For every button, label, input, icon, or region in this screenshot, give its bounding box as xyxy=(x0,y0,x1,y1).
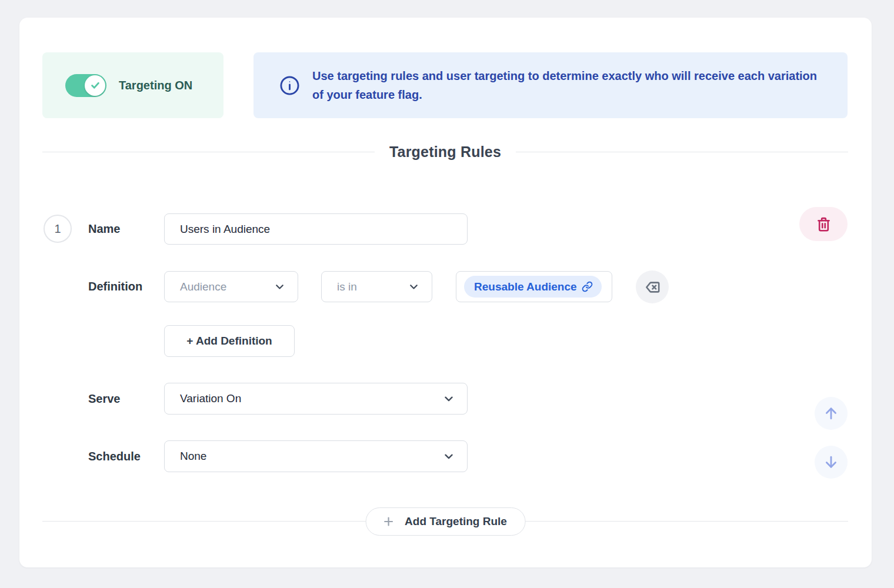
match-type-dropdown-value: is in xyxy=(337,280,357,293)
backspace-icon xyxy=(645,279,661,295)
add-targeting-rule-button[interactable]: Add Targeting Rule xyxy=(365,507,526,536)
move-rule-up-button[interactable] xyxy=(815,397,848,430)
add-targeting-rule-label: Add Targeting Rule xyxy=(405,515,507,528)
chevron-down-icon xyxy=(442,392,455,405)
arrow-down-icon xyxy=(823,454,839,470)
delete-rule-button[interactable] xyxy=(799,207,848,241)
plus-icon xyxy=(382,515,395,528)
attribute-dropdown-value: Audience xyxy=(180,280,226,293)
info-banner: Use targeting rules and user targeting t… xyxy=(253,52,848,118)
targeting-toggle-label: Targeting ON xyxy=(119,79,192,92)
arrow-up-icon xyxy=(823,405,839,422)
serve-dropdown[interactable]: Variation On xyxy=(164,383,468,415)
section-heading: Targeting Rules xyxy=(42,142,848,162)
targeting-toggle-panel: Targeting ON xyxy=(42,52,224,118)
clear-definition-button[interactable] xyxy=(636,270,669,303)
chevron-down-icon xyxy=(442,450,455,463)
rule-number-badge: 1 xyxy=(44,215,72,243)
schedule-label: Schedule xyxy=(88,440,141,472)
chevron-down-icon xyxy=(273,280,286,293)
rule-name-input[interactable] xyxy=(164,213,468,245)
reusable-audience-chip[interactable]: Reusable Audience xyxy=(464,276,602,298)
toggle-knob xyxy=(85,75,105,96)
move-rule-down-button[interactable] xyxy=(815,446,848,479)
targeting-toggle[interactable] xyxy=(65,74,106,97)
attribute-dropdown[interactable]: Audience xyxy=(164,271,298,302)
info-icon xyxy=(279,75,300,96)
info-banner-text: Use targeting rules and user targeting t… xyxy=(312,66,822,104)
match-type-dropdown[interactable]: is in xyxy=(321,271,432,302)
schedule-dropdown-value: None xyxy=(180,450,206,463)
serve-dropdown-value: Variation On xyxy=(180,392,241,405)
check-icon xyxy=(89,79,101,91)
targeting-card: Targeting ON Use targeting rules and use… xyxy=(19,18,872,567)
audience-value-box: Reusable Audience xyxy=(456,271,612,302)
serve-label: Serve xyxy=(88,383,121,415)
reusable-audience-label: Reusable Audience xyxy=(474,280,577,293)
heading-divider-right xyxy=(516,152,848,152)
heading-divider-left xyxy=(42,152,375,152)
definition-label: Definition xyxy=(88,271,142,302)
trash-icon xyxy=(816,216,832,232)
link-icon xyxy=(582,281,593,292)
name-label: Name xyxy=(88,213,120,245)
page-title: Targeting Rules xyxy=(375,143,516,161)
schedule-dropdown[interactable]: None xyxy=(164,440,468,472)
add-definition-button[interactable]: + Add Definition xyxy=(164,325,295,357)
chevron-down-icon xyxy=(408,280,420,293)
